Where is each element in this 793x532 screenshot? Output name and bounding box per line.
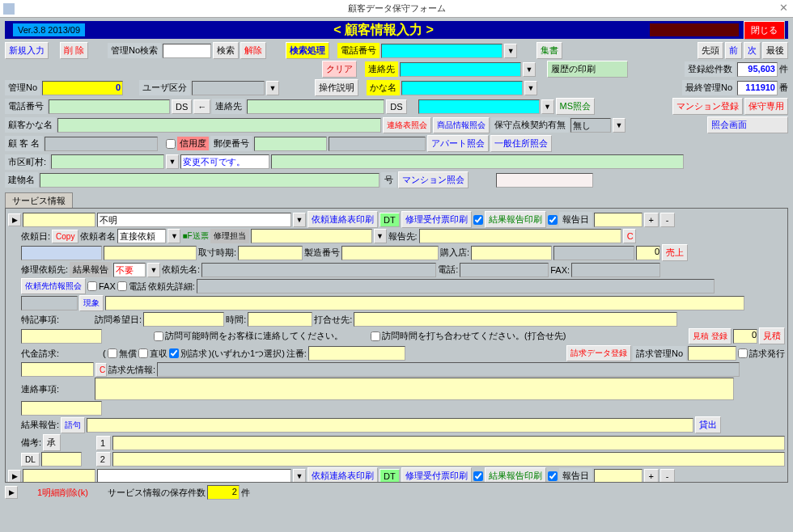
user-div-input[interactable]: [192, 81, 265, 95]
zero-field[interactable]: 0: [636, 246, 660, 260]
search-proc-button[interactable]: 検索処理: [286, 42, 329, 59]
sales-button[interactable]: 売上: [662, 244, 688, 261]
prod-ref-button[interactable]: 商品情報照会: [433, 117, 490, 133]
remarks-input-2[interactable]: [112, 452, 785, 467]
time-input[interactable]: [248, 312, 312, 327]
visit-date-input[interactable]: [143, 312, 224, 327]
mansion-reg-button[interactable]: マンション登録: [672, 98, 743, 115]
copy-button[interactable]: Copy: [52, 230, 78, 243]
direct-dd[interactable]: ▼: [168, 229, 180, 243]
purchase-extra[interactable]: [553, 246, 634, 260]
release-button[interactable]: 解除: [240, 42, 266, 59]
mgmt-search-input[interactable]: [163, 44, 211, 58]
bldg-input[interactable]: [40, 173, 380, 188]
bill-info-input[interactable]: [157, 362, 740, 377]
contact-note-input[interactable]: [95, 378, 734, 400]
msg1-chk[interactable]: [154, 331, 163, 341]
svc-field-b[interactable]: [23, 469, 95, 483]
last-button[interactable]: 最後: [762, 42, 788, 59]
tel-input[interactable]: [460, 263, 549, 277]
repair-print-button-b[interactable]: 修理受付票印刷: [401, 467, 472, 483]
maint-contract-dropdown[interactable]: ▼: [613, 118, 625, 133]
meet-input[interactable]: [354, 312, 677, 327]
acq-time-input[interactable]: [238, 246, 303, 260]
pay-area[interactable]: [21, 362, 94, 377]
ms-ref-button[interactable]: MS照会: [556, 98, 596, 115]
blue-field[interactable]: [21, 246, 102, 260]
unknown-select[interactable]: 不明: [97, 213, 291, 227]
service-tab[interactable]: サービス情報: [5, 192, 73, 209]
dt-button[interactable]: DT: [380, 213, 400, 227]
approve-button[interactable]: 承: [43, 434, 61, 451]
cust-name-input[interactable]: [45, 137, 158, 151]
req-detail-input[interactable]: [197, 279, 715, 293]
est-zero[interactable]: 0: [733, 329, 757, 344]
city-dropdown[interactable]: ▼: [166, 154, 179, 169]
op-guide-button[interactable]: 操作説明: [315, 79, 358, 96]
repair-person-input[interactable]: [251, 229, 372, 243]
ds-button-2[interactable]: DS: [386, 99, 406, 114]
apt-ref-button[interactable]: アパート照会: [427, 135, 489, 152]
dl-button[interactable]: DL: [21, 453, 40, 467]
new-entry-button[interactable]: 新規入力: [5, 42, 49, 59]
prev-button[interactable]: 前: [725, 42, 742, 59]
kana-input[interactable]: [57, 118, 381, 133]
fsend-label[interactable]: ■F送票: [182, 230, 208, 242]
fax-input[interactable]: [571, 263, 660, 277]
bill-issue-chk[interactable]: [738, 348, 748, 358]
note-input1[interactable]: [21, 329, 102, 344]
result-print-chk[interactable]: [548, 215, 558, 225]
one-button[interactable]: 1: [96, 436, 111, 450]
footer-nav[interactable]: ▶: [5, 486, 18, 499]
msg2-chk[interactable]: [371, 331, 380, 341]
cash-button[interactable]: 現象: [79, 295, 104, 311]
svc-field-1[interactable]: [23, 213, 95, 227]
direct-select[interactable]: 直接依頼: [117, 229, 166, 243]
c-button[interactable]: C: [623, 229, 636, 243]
search-button[interactable]: 検索: [213, 42, 239, 59]
maint-contract-value[interactable]: 無し: [570, 118, 611, 133]
minus-button-b[interactable]: -: [660, 469, 675, 483]
next-button[interactable]: 次: [744, 42, 761, 59]
extra-input[interactable]: [496, 173, 593, 188]
plus-button[interactable]: +: [644, 213, 659, 227]
ms-input[interactable]: [418, 99, 540, 114]
report-date-input-b[interactable]: [594, 469, 642, 483]
notreq-select[interactable]: 不要: [113, 263, 146, 277]
cn-area[interactable]: [21, 401, 102, 416]
nav-next[interactable]: ▶: [8, 470, 21, 483]
delete-button[interactable]: 削 除: [60, 42, 88, 59]
contact-search-input[interactable]: [400, 62, 521, 77]
repair-print-chk-b[interactable]: [473, 471, 483, 481]
contact-ref-button[interactable]: 連絡表照会: [383, 117, 431, 133]
separate-chk[interactable]: [169, 348, 179, 358]
contact-dropdown[interactable]: ▼: [523, 62, 536, 77]
first-button[interactable]: 先頭: [698, 42, 723, 59]
maint-only-button[interactable]: 保守専用: [744, 98, 788, 115]
unknown-dd-b[interactable]: ▼: [293, 469, 306, 483]
report-to-input[interactable]: [419, 229, 621, 243]
city-input[interactable]: [51, 154, 164, 169]
result-input[interactable]: [87, 418, 693, 433]
postal-input[interactable]: [254, 137, 327, 151]
credit-check[interactable]: [166, 139, 176, 149]
bill-data-button[interactable]: 請求データ登録: [566, 345, 631, 361]
purchase-input[interactable]: [471, 246, 552, 260]
req-name2-input[interactable]: [201, 263, 436, 277]
repair-print-button[interactable]: 修理受付票印刷: [401, 211, 472, 228]
del-detail-button[interactable]: 1明細削除(k): [37, 487, 88, 499]
two-button[interactable]: 2: [96, 452, 111, 467]
dt-button-b[interactable]: DT: [380, 469, 400, 483]
collect-button[interactable]: 集書: [536, 42, 562, 59]
nav-first[interactable]: ▶: [8, 213, 21, 226]
caution-input[interactable]: [308, 346, 405, 361]
req-print-button-b[interactable]: 依頼連絡表印刷: [307, 467, 378, 483]
minus-button[interactable]: -: [660, 213, 675, 227]
req-info-ref-button[interactable]: 依頼先情報照会: [21, 278, 86, 294]
direct2-chk[interactable]: [138, 348, 148, 358]
mgmt-no-value[interactable]: 0: [42, 81, 123, 95]
contact-input[interactable]: [247, 99, 384, 114]
fax-chk[interactable]: [87, 281, 97, 291]
bill-mgmt-input[interactable]: [688, 346, 736, 361]
result-print-chk-b[interactable]: [548, 471, 558, 481]
